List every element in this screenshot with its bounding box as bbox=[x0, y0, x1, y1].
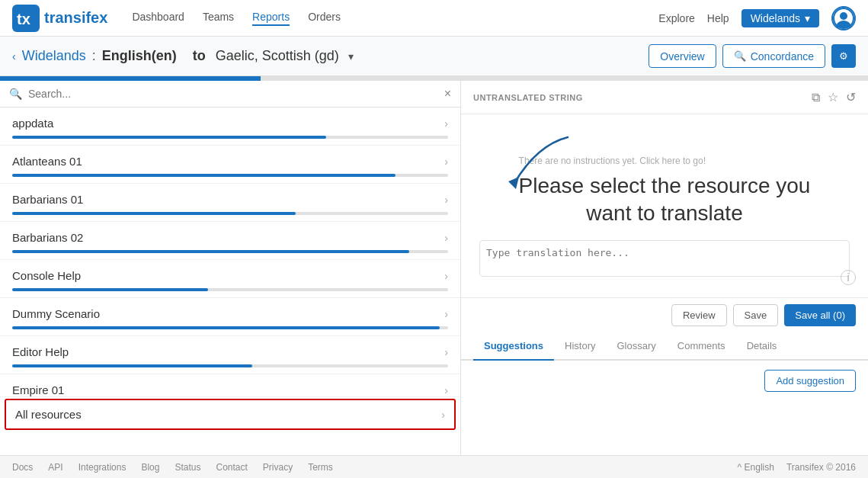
logo-text: transifex bbox=[44, 9, 107, 27]
all-resources-item[interactable]: All resources › bbox=[5, 399, 456, 430]
tab-content: Add suggestion bbox=[461, 361, 868, 455]
breadcrumb-chevron[interactable]: ▾ bbox=[348, 50, 354, 63]
list-item[interactable]: Barbarians 01 › bbox=[0, 184, 460, 222]
resource-name: Editor Help bbox=[12, 345, 69, 358]
settings-button[interactable]: ⚙ bbox=[831, 44, 856, 68]
info-icon[interactable]: i bbox=[841, 270, 856, 285]
list-item[interactable]: appdata › bbox=[0, 107, 460, 146]
tab-details[interactable]: Details bbox=[736, 332, 788, 361]
all-resources-chevron-icon: › bbox=[441, 409, 445, 421]
breadcrumb-project[interactable]: Widelands bbox=[22, 48, 86, 64]
resource-progress-bar bbox=[12, 250, 448, 253]
right-header-icons: ⧉ ☆ ↺ bbox=[812, 90, 856, 104]
nav-explore[interactable]: Explore bbox=[658, 12, 694, 24]
settings-icon: ⚙ bbox=[839, 50, 848, 62]
overview-button[interactable]: Overview bbox=[649, 44, 716, 68]
footer-docs[interactable]: Docs bbox=[12, 462, 33, 473]
right-panel: UNTRANSLATED STRING ⧉ ☆ ↺ There are no i… bbox=[461, 81, 868, 455]
svg-text:tx: tx bbox=[17, 11, 30, 27]
footer-right: ^ English Transifex © 2016 bbox=[738, 462, 856, 473]
review-button[interactable]: Review bbox=[671, 304, 727, 326]
tab-history[interactable]: History bbox=[554, 332, 606, 361]
list-item[interactable]: Barbarians 02 › bbox=[0, 222, 460, 260]
right-actions: Review Save Save all (0) bbox=[461, 297, 868, 332]
copy-icon[interactable]: ⧉ bbox=[812, 91, 820, 104]
breadcrumb-to-label: to bbox=[189, 48, 210, 64]
top-nav: tx transifex Dashboard Teams Reports Ord… bbox=[0, 0, 868, 37]
footer-lang: ^ English bbox=[738, 462, 774, 473]
all-resources-label: All resources bbox=[15, 408, 82, 421]
svg-point-3 bbox=[840, 12, 847, 20]
resource-progress-fill bbox=[12, 364, 252, 367]
resource-progress-bar bbox=[12, 288, 448, 291]
breadcrumb-target-lang: Gaelic, Scottish (gd) bbox=[216, 48, 339, 64]
search-bar: 🔍 × bbox=[0, 81, 460, 107]
search-icon: 🔍 bbox=[9, 88, 22, 100]
resource-name: Barbarians 02 bbox=[12, 231, 83, 244]
resource-progress-fill bbox=[12, 288, 208, 291]
undo-icon[interactable]: ↺ bbox=[846, 90, 856, 104]
add-suggestion-button[interactable]: Add suggestion bbox=[764, 370, 856, 392]
resource-name: appdata bbox=[12, 117, 53, 130]
nav-dashboard[interactable]: Dashboard bbox=[132, 11, 184, 26]
resource-progress-bar bbox=[12, 326, 448, 329]
resource-progress-bar bbox=[12, 136, 448, 139]
save-button[interactable]: Save bbox=[733, 304, 779, 326]
project-name: Widelands bbox=[751, 12, 800, 24]
resource-progress-bar bbox=[12, 364, 448, 367]
list-item[interactable]: Atlanteans 01 › bbox=[0, 146, 460, 184]
footer-terms[interactable]: Terms bbox=[308, 462, 333, 473]
footer-copyright: Transifex © 2016 bbox=[786, 462, 856, 473]
list-item[interactable]: Editor Help › bbox=[0, 336, 460, 374]
resource-progress-fill bbox=[12, 136, 326, 139]
search-clear-icon[interactable]: × bbox=[444, 87, 451, 101]
list-item[interactable]: Console Help › bbox=[0, 260, 460, 298]
main-layout: 🔍 × appdata › Atlanteans 01 › bbox=[0, 81, 868, 455]
resource-progress-fill bbox=[12, 212, 296, 215]
resource-chevron-icon: › bbox=[444, 308, 448, 320]
footer-status[interactable]: Status bbox=[175, 462, 200, 473]
logo[interactable]: tx transifex bbox=[12, 5, 107, 32]
resource-name: Empire 01 bbox=[12, 383, 64, 396]
breadcrumb-back[interactable]: ‹ bbox=[12, 50, 16, 63]
star-icon[interactable]: ☆ bbox=[828, 90, 838, 104]
breadcrumb-bar: ‹ Widelands : English(en) to Gaelic, Sco… bbox=[0, 37, 868, 76]
tab-glossary[interactable]: Glossary bbox=[606, 332, 666, 361]
nav-links: Dashboard Teams Reports Orders bbox=[132, 11, 640, 26]
save-all-button[interactable]: Save all (0) bbox=[784, 304, 856, 326]
resource-name: Dummy Scenario bbox=[12, 307, 100, 320]
tab-comments[interactable]: Comments bbox=[667, 332, 736, 361]
nav-teams[interactable]: Teams bbox=[203, 11, 234, 26]
footer-api[interactable]: API bbox=[48, 462, 62, 473]
right-header: UNTRANSLATED STRING ⧉ ☆ ↺ bbox=[461, 81, 868, 114]
right-content: There are no instructions yet. Click her… bbox=[461, 114, 868, 297]
resource-name: Console Help bbox=[12, 269, 81, 282]
footer-contact[interactable]: Contact bbox=[216, 462, 247, 473]
avatar[interactable] bbox=[831, 6, 856, 30]
arrow-illustration bbox=[492, 130, 583, 206]
svg-marker-4 bbox=[508, 177, 519, 189]
footer-integrations[interactable]: Integrations bbox=[78, 462, 127, 473]
project-dropdown-icon: ▾ bbox=[805, 12, 810, 24]
search-input[interactable] bbox=[28, 88, 438, 100]
resource-chevron-icon: › bbox=[444, 194, 448, 206]
tab-suggestions[interactable]: Suggestions bbox=[473, 332, 554, 361]
concordance-button[interactable]: 🔍 Concordance bbox=[722, 44, 825, 68]
resource-progress-fill bbox=[12, 250, 409, 253]
nav-reports[interactable]: Reports bbox=[252, 11, 290, 26]
footer-privacy[interactable]: Privacy bbox=[263, 462, 293, 473]
footer-blog[interactable]: Blog bbox=[141, 462, 159, 473]
resource-progress-fill bbox=[12, 174, 396, 177]
footer: Docs API Integrations Blog Status Contac… bbox=[0, 455, 868, 478]
resource-chevron-icon: › bbox=[444, 384, 448, 396]
translation-textarea[interactable] bbox=[479, 240, 850, 277]
nav-orders[interactable]: Orders bbox=[308, 11, 341, 26]
resource-chevron-icon: › bbox=[444, 346, 448, 358]
breadcrumb-actions: Overview 🔍 Concordance ⚙ bbox=[649, 44, 856, 68]
left-panel: 🔍 × appdata › Atlanteans 01 › bbox=[0, 81, 461, 455]
nav-help[interactable]: Help bbox=[707, 12, 729, 24]
list-item[interactable]: Dummy Scenario › bbox=[0, 298, 460, 336]
list-item[interactable]: Empire 01 › bbox=[0, 374, 460, 397]
project-selector[interactable]: Widelands ▾ bbox=[741, 9, 819, 27]
resource-name: Atlanteans 01 bbox=[12, 155, 82, 168]
